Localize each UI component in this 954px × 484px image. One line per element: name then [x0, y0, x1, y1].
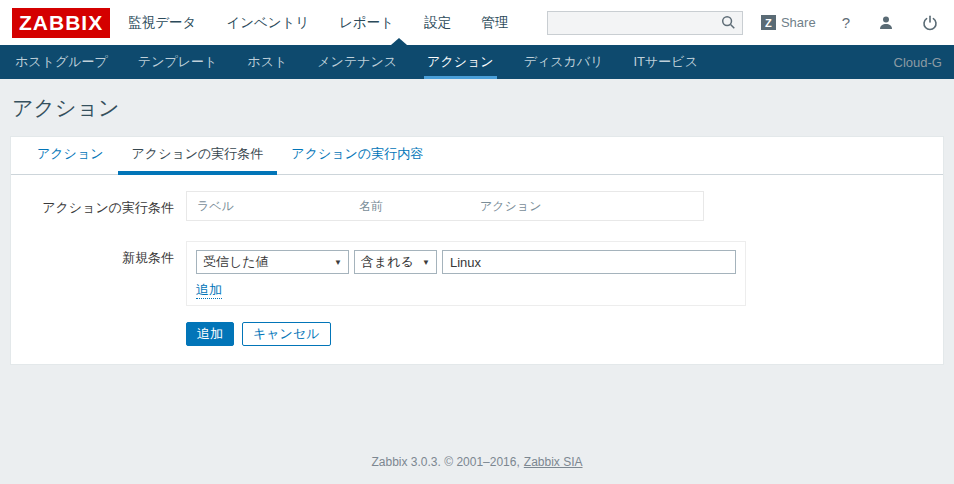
main-menu: 監視データ インベントリ レポート 設定 管理 — [128, 14, 508, 32]
share-label: Share — [781, 15, 816, 30]
menu-monitoring[interactable]: 監視データ — [128, 14, 196, 32]
new-condition-row: 新規条件 受信した値 ▼ 含まれる ▼ 追加 — [11, 241, 943, 306]
conditions-form: アクションの実行条件 ラベル 名前 アクション 新規条件 受信した値 ▼ 含まれ… — [11, 175, 943, 364]
footer-copyright: Zabbix 3.0.3. © 2001–2016, — [372, 455, 520, 469]
menu-reports[interactable]: レポート — [339, 14, 394, 32]
form-actions-spacer — [11, 322, 174, 346]
operator-select[interactable]: 含まれる ▼ — [354, 250, 437, 274]
subnav-caret-icon — [391, 38, 407, 45]
cancel-button[interactable]: キャンセル — [242, 322, 331, 346]
tab-action[interactable]: アクション — [23, 137, 118, 175]
action-edit-panel: アクション アクションの実行条件 アクションの実行内容 アクションの実行条件 ラ… — [10, 136, 944, 365]
subnav-it-services[interactable]: ITサービス — [630, 45, 700, 79]
top-bar: ZABBIX 監視データ インベントリ レポート 設定 管理 Z Share ? — [0, 0, 954, 45]
subnav-actions[interactable]: アクション — [424, 45, 497, 79]
add-condition-link[interactable]: 追加 — [196, 282, 222, 299]
user-icon — [878, 15, 894, 31]
power-icon — [922, 15, 938, 31]
search-icon[interactable] — [721, 15, 736, 30]
operator-value: 含まれる — [361, 253, 414, 271]
footer-zabbix-sia-link[interactable]: Zabbix SIA — [524, 455, 583, 469]
column-action: アクション — [480, 198, 541, 215]
conditions-table-header: ラベル 名前 アクション — [186, 191, 704, 221]
topbar-actions: Z Share ? — [547, 11, 938, 35]
condition-type-value: 受信した値 — [203, 253, 269, 271]
form-actions-row: 追加 キャンセル — [11, 322, 943, 346]
search-input[interactable] — [548, 15, 721, 30]
menu-administration[interactable]: 管理 — [481, 14, 508, 32]
new-condition-label: 新規条件 — [11, 241, 174, 306]
column-name: 名前 — [359, 198, 480, 215]
conditions-label: アクションの実行条件 — [11, 191, 174, 221]
condition-type-select[interactable]: 受信した値 ▼ — [196, 250, 349, 274]
subnav-discovery[interactable]: ディスカバリ — [521, 45, 607, 79]
subnav-host-groups[interactable]: ホストグループ — [12, 45, 111, 79]
zabbix-share-icon: Z — [761, 15, 776, 30]
tab-conditions[interactable]: アクションの実行条件 — [118, 137, 278, 175]
share-button[interactable]: Z Share — [761, 15, 816, 30]
subnav-hosts[interactable]: ホスト — [244, 45, 290, 79]
footer: Zabbix 3.0.3. © 2001–2016,Zabbix SIA — [0, 455, 954, 469]
config-subnav: ホストグループ テンプレート ホスト メンテナンス アクション ディスカバリ I… — [0, 45, 954, 79]
profile-button[interactable] — [878, 15, 894, 31]
page-title: アクション — [12, 94, 954, 122]
chevron-down-icon: ▼ — [422, 258, 430, 267]
subnav-templates[interactable]: テンプレート — [135, 45, 221, 79]
add-button[interactable]: 追加 — [186, 322, 234, 346]
help-icon[interactable]: ? — [842, 14, 850, 31]
context-label: Cloud-G — [894, 55, 954, 70]
conditions-table-row: アクションの実行条件 ラベル 名前 アクション — [11, 191, 943, 221]
subnav-maintenance[interactable]: メンテナンス — [314, 45, 400, 79]
logout-button[interactable] — [922, 15, 938, 31]
condition-value-input[interactable] — [442, 250, 736, 274]
new-condition-box: 受信した値 ▼ 含まれる ▼ 追加 — [186, 241, 746, 306]
chevron-down-icon: ▼ — [334, 258, 342, 267]
menu-inventory[interactable]: インベントリ — [226, 14, 309, 32]
tab-operations[interactable]: アクションの実行内容 — [277, 137, 437, 175]
form-buttons: 追加 キャンセル — [186, 322, 331, 346]
search-box — [547, 11, 743, 35]
menu-configuration[interactable]: 設定 — [424, 14, 451, 32]
column-label: ラベル — [197, 198, 359, 215]
zabbix-logo[interactable]: ZABBIX — [12, 8, 110, 38]
tab-strip: アクション アクションの実行条件 アクションの実行内容 — [11, 137, 943, 175]
new-condition-inputs: 受信した値 ▼ 含まれる ▼ — [196, 250, 736, 274]
